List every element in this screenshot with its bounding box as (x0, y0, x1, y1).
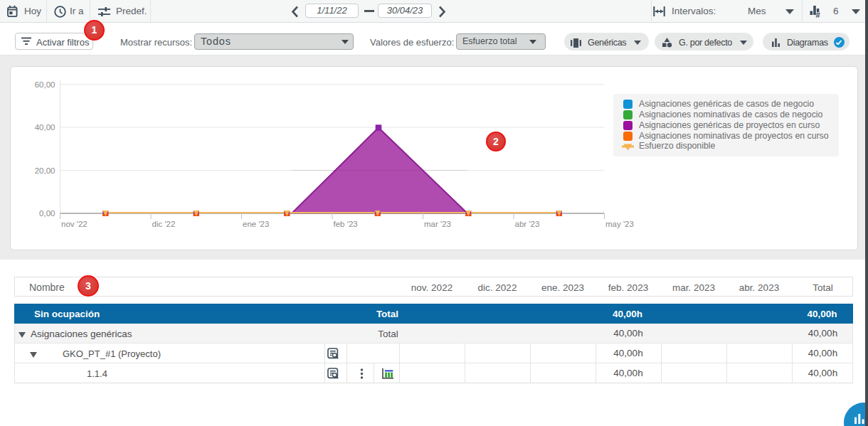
svg-text:nov '22: nov '22 (61, 220, 88, 228)
svg-text:may '23: may '23 (605, 220, 634, 228)
svg-text:dic '22: dic '22 (152, 220, 176, 228)
svg-text:40,00: 40,00 (35, 123, 55, 132)
svg-text:ene '23: ene '23 (243, 220, 269, 228)
svg-text:feb '23: feb '23 (334, 220, 358, 228)
svg-text:abr '23: abr '23 (515, 220, 540, 228)
svg-text:mar '23: mar '23 (424, 220, 451, 228)
svg-text:60,00: 60,00 (35, 80, 55, 89)
svg-text:#: # (816, 11, 820, 18)
svg-text:0,00: 0,00 (39, 209, 55, 218)
svg-text:20,00: 20,00 (35, 166, 55, 175)
